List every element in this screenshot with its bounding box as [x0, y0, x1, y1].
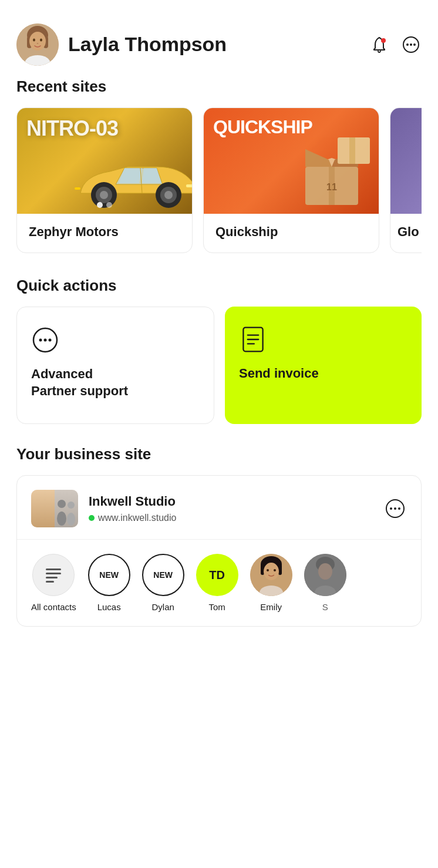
- chat-icon: [31, 326, 59, 354]
- action-send-invoice[interactable]: Send invoice: [225, 307, 422, 424]
- svg-point-38: [68, 502, 75, 509]
- svg-rect-46: [46, 577, 58, 578]
- site-card-image-zephyr: NITRO-03: [17, 108, 192, 214]
- svg-point-41: [390, 507, 392, 510]
- svg-point-58: [318, 563, 332, 580]
- svg-rect-47: [46, 581, 54, 583]
- url-text: www.inkwell.studio: [98, 513, 176, 523]
- nitro-overlay-text: NITRO-03: [26, 116, 118, 141]
- svg-rect-50: [261, 564, 264, 575]
- thumb-right: [55, 490, 78, 527]
- quickship-overlay-text: QUICKSHIP: [213, 116, 312, 138]
- svg-point-17: [100, 191, 108, 199]
- svg-point-37: [57, 512, 66, 526]
- svg-point-20: [164, 191, 173, 199]
- contact-s[interactable]: S: [304, 554, 346, 612]
- svg-point-42: [394, 507, 396, 510]
- site-card-image-quickship: QUICKSHIP: [204, 108, 379, 214]
- recent-sites-scroll: NITRO-03: [16, 107, 422, 255]
- quick-actions-title: Quick actions: [16, 277, 422, 295]
- svg-point-54: [274, 569, 276, 571]
- online-status-dot: [89, 515, 95, 521]
- quick-actions-grid: Advanced Partner support Send invoice: [16, 307, 422, 424]
- svg-point-7: [37, 43, 39, 44]
- svg-rect-22: [75, 187, 80, 190]
- action-label-send-invoice: Send invoice: [239, 365, 407, 382]
- svg-point-36: [58, 500, 66, 508]
- site-card-image-glo: [390, 108, 422, 214]
- contact-label-s: S: [322, 602, 328, 612]
- svg-point-31: [49, 339, 52, 342]
- user-name: Layla Thompson: [68, 33, 359, 55]
- svg-point-11: [406, 43, 409, 46]
- user-avatar[interactable]: [16, 23, 59, 66]
- action-partner-support[interactable]: Advanced Partner support: [16, 307, 214, 424]
- business-chat-icon[interactable]: [383, 497, 407, 520]
- recent-sites-title: Recent sites: [16, 78, 422, 96]
- svg-rect-21: [186, 184, 192, 187]
- svg-point-52: [264, 563, 279, 580]
- header-icons: [369, 34, 422, 55]
- business-card: Inkwell Studio www.inkwell.studio: [16, 475, 422, 627]
- contact-emily[interactable]: Emily: [250, 554, 292, 612]
- svg-point-9: [381, 38, 386, 43]
- quick-actions-section: Quick actions Advanced Partner support: [0, 277, 438, 424]
- contact-avatar-emily: [250, 554, 292, 596]
- business-site-title: Your business site: [16, 445, 422, 463]
- svg-rect-44: [46, 568, 61, 570]
- site-card-zephyr[interactable]: NITRO-03: [16, 107, 193, 253]
- svg-point-29: [39, 339, 42, 342]
- svg-point-4: [29, 32, 46, 51]
- svg-point-30: [44, 339, 47, 342]
- business-header: Inkwell Studio www.inkwell.studio: [17, 476, 421, 540]
- chat-bubble-icon[interactable]: [400, 34, 422, 55]
- svg-point-6: [40, 39, 42, 42]
- car-illustration: [69, 149, 192, 214]
- contact-avatar-s: [304, 554, 346, 596]
- svg-point-43: [398, 507, 400, 510]
- header: Layla Thompson: [0, 0, 438, 78]
- site-card-glo[interactable]: Glo: [390, 107, 422, 253]
- contact-avatar-lucas: NEW: [88, 554, 130, 596]
- contact-label-tom: Tom: [209, 602, 225, 612]
- contact-label-dylan: Dylan: [152, 602, 174, 612]
- contact-lucas[interactable]: NEW Lucas: [88, 554, 130, 612]
- svg-point-12: [410, 43, 412, 46]
- avatar-image: [16, 23, 59, 66]
- contacts-row: All contacts NEW Lucas NEW Dylan TD: [17, 540, 421, 626]
- action-label-partner-support: Advanced Partner support: [31, 366, 200, 399]
- svg-rect-26: [349, 137, 355, 164]
- contact-avatar-dylan: NEW: [142, 554, 184, 596]
- business-info: Inkwell Studio www.inkwell.studio: [89, 494, 373, 523]
- invoice-icon: [239, 325, 267, 354]
- svg-point-39: [67, 513, 75, 526]
- site-card-label-zephyr: Zephyr Motors: [17, 214, 192, 253]
- svg-point-13: [413, 43, 416, 46]
- contact-label-emily: Emily: [260, 602, 282, 612]
- contact-avatar-tom: TD: [196, 554, 238, 596]
- contact-all-contacts[interactable]: All contacts: [31, 554, 76, 612]
- svg-point-5: [33, 39, 35, 42]
- svg-rect-51: [278, 564, 282, 575]
- contact-label-all: All contacts: [31, 602, 76, 612]
- all-contacts-avatar: [32, 554, 75, 596]
- thumb-left: [31, 490, 55, 527]
- business-name: Inkwell Studio: [89, 494, 373, 509]
- site-card-label-quickship: Quickship: [204, 214, 379, 253]
- site-card-label-glo: Glo: [390, 214, 422, 253]
- contact-label-lucas: Lucas: [97, 602, 121, 612]
- svg-point-53: [267, 569, 269, 571]
- contact-tom[interactable]: TD Tom: [196, 554, 238, 612]
- business-thumbnail: [31, 490, 78, 527]
- site-card-quickship[interactable]: QUICKSHIP: [203, 107, 379, 253]
- recent-sites-section: Recent sites NITRO-03: [0, 78, 438, 255]
- business-site-section: Your business site: [0, 445, 438, 627]
- bell-icon[interactable]: [369, 34, 390, 55]
- box-illustration: 11: [297, 137, 373, 208]
- svg-rect-45: [46, 573, 61, 574]
- contact-dylan[interactable]: NEW Dylan: [142, 554, 184, 612]
- svg-text:11: 11: [326, 182, 337, 192]
- business-url: www.inkwell.studio: [89, 513, 373, 523]
